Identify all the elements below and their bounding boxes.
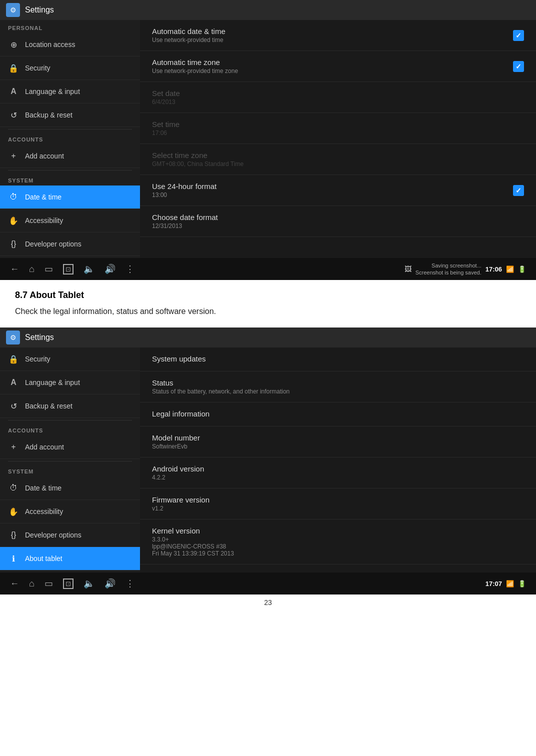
home-icon[interactable]: ⌂ bbox=[29, 264, 34, 274]
saving-subtext: Screenshot is being saved. bbox=[416, 269, 482, 276]
sidebar-label-language2: Language & input bbox=[25, 378, 80, 386]
setting-set-time: Set time 17:06 bbox=[140, 113, 536, 144]
divider-accounts-2 bbox=[8, 420, 132, 420]
vol-up-icon[interactable]: 🔊 bbox=[104, 264, 116, 274]
setting-set-date-text: Set date 6/4/2013 bbox=[152, 89, 180, 106]
datetime-icon: ⏱ bbox=[8, 192, 19, 202]
checkbox-auto-date[interactable] bbox=[513, 30, 524, 41]
sidebar-item-developer2[interactable]: {} Developer options bbox=[0, 524, 140, 547]
page-number: 23 bbox=[0, 594, 536, 610]
more-icon[interactable]: ⋮ bbox=[126, 264, 134, 274]
vol-down-icon[interactable]: 🔈 bbox=[84, 264, 94, 274]
sidebar-item-location[interactable]: ⊕ Location access bbox=[0, 33, 140, 56]
sidebar-item-add-account2[interactable]: + Add account bbox=[0, 436, 140, 459]
time-2: 17:07 bbox=[486, 580, 502, 588]
wifi-icon: 📶 bbox=[506, 266, 514, 273]
screen1: ⚙ Settings PERSONAL ⊕ Location access 🔒 … bbox=[0, 0, 536, 280]
setting-model-subtitle: SoftwinerEvb bbox=[152, 443, 200, 450]
setting-auto-tz[interactable]: Automatic time zone Use network-provided… bbox=[140, 51, 536, 82]
checkbox-auto-tz[interactable] bbox=[513, 61, 524, 72]
sidebar-label-security: Security bbox=[25, 64, 50, 72]
nav-bar-left-1: ← ⌂ ▭ ⊡ 🔈 🔊 ⋮ bbox=[10, 264, 134, 274]
sidebar-label-location: Location access bbox=[25, 40, 75, 48]
sidebar-2: 🔒 Security A Language & input ↺ Backup &… bbox=[0, 348, 140, 572]
sidebar-item-backup2[interactable]: ↺ Backup & reset bbox=[0, 394, 140, 418]
recents-icon-2[interactable]: ▭ bbox=[44, 578, 53, 589]
nav-bar-2: ← ⌂ ▭ ⊡ 🔈 🔊 ⋮ 17:07 📶 🔋 bbox=[0, 572, 536, 594]
sidebar-1: PERSONAL ⊕ Location access 🔒 Security A … bbox=[0, 20, 140, 258]
setting-auto-tz-subtitle: Use network-provided time zone bbox=[152, 68, 238, 74]
setting-status-text: Status Status of the battery, network, a… bbox=[152, 378, 290, 395]
setting-24h[interactable]: Use 24-hour format 13:00 bbox=[140, 175, 536, 206]
sidebar-item-language[interactable]: A Language & input bbox=[0, 80, 140, 104]
back-icon[interactable]: ← bbox=[10, 264, 19, 274]
sidebar-item-about[interactable]: ℹ About tablet bbox=[0, 547, 140, 570]
screenshot-icon[interactable]: ⊡ bbox=[63, 264, 74, 274]
sidebar-item-datetime[interactable]: ⏱ Date & time bbox=[0, 186, 140, 209]
setting-set-time-title: Set time bbox=[152, 120, 180, 128]
battery-icon-2: 🔋 bbox=[518, 580, 526, 588]
section-text: 8.7 About Tablet Check the legal informa… bbox=[0, 280, 536, 328]
sidebar-item-security[interactable]: 🔒 Security bbox=[0, 56, 140, 80]
setting-24h-subtitle: 13:00 bbox=[152, 192, 216, 198]
setting-system-updates[interactable]: System updates bbox=[140, 348, 536, 372]
vol-down-icon-2[interactable]: 🔈 bbox=[84, 578, 94, 589]
sidebar-item-datetime2[interactable]: ⏱ Date & time bbox=[0, 476, 140, 500]
section-heading: 8.7 About Tablet bbox=[15, 290, 521, 300]
setting-date-format-title: Choose date format bbox=[152, 213, 218, 222]
sidebar-label-language: Language & input bbox=[25, 88, 80, 96]
sidebar-item-backup[interactable]: ↺ Backup & reset bbox=[0, 104, 140, 127]
setting-status-subtitle: Status of the battery, network, and othe… bbox=[152, 388, 290, 395]
sidebar-label-about: About tablet bbox=[25, 554, 62, 562]
sidebar-item-developer[interactable]: {} Developer options bbox=[0, 232, 140, 256]
section-label-accounts-1: ACCOUNTS bbox=[0, 132, 140, 144]
sidebar-item-add-account[interactable]: + Add account bbox=[0, 144, 140, 168]
back-icon-2[interactable]: ← bbox=[10, 578, 19, 589]
main-content-2: System updates Status Status of the batt… bbox=[140, 348, 536, 572]
setting-status[interactable]: Status Status of the battery, network, a… bbox=[140, 372, 536, 402]
screenshot-thumb: 🖼 bbox=[404, 265, 412, 273]
more-icon-2[interactable]: ⋮ bbox=[126, 578, 134, 589]
sidebar-label-developer: Developer options bbox=[25, 240, 82, 248]
setting-firmware[interactable]: Firmware version v1.2 bbox=[140, 488, 536, 520]
setting-android[interactable]: Android version 4.2.2 bbox=[140, 458, 536, 488]
vol-up-icon-2[interactable]: 🔊 bbox=[104, 578, 116, 589]
setting-legal[interactable]: Legal information bbox=[140, 402, 536, 426]
setting-kernel-text: Kernel version 3.3.0+ lpp@INGENIC-CROSS … bbox=[152, 526, 234, 557]
setting-24h-text: Use 24-hour format 13:00 bbox=[152, 182, 216, 198]
setting-model-text: Model number SoftwinerEvb bbox=[152, 434, 200, 450]
setting-kernel[interactable]: Kernel version 3.3.0+ lpp@INGENIC-CROSS … bbox=[140, 520, 536, 564]
section-paragraph: Check the legal information, status and … bbox=[15, 306, 521, 318]
setting-date-format[interactable]: Choose date format 12/31/2013 bbox=[140, 206, 536, 237]
setting-set-time-text: Set time 17:06 bbox=[152, 120, 180, 136]
accessibility-icon: ✋ bbox=[8, 215, 19, 226]
sidebar-item-language2[interactable]: A Language & input bbox=[0, 371, 140, 394]
sidebar-item-accessibility2[interactable]: ✋ Accessibility bbox=[0, 500, 140, 524]
title-bar-1: ⚙ Settings bbox=[0, 0, 536, 20]
setting-kernel-title: Kernel version bbox=[152, 526, 234, 535]
sidebar-item-accessibility[interactable]: ✋ Accessibility bbox=[0, 209, 140, 232]
sidebar-label-add-account2: Add account bbox=[25, 443, 64, 451]
setting-legal-text: Legal information bbox=[152, 410, 210, 419]
sidebar-label-backup: Backup & reset bbox=[25, 111, 72, 119]
backup-icon-2: ↺ bbox=[8, 400, 19, 412]
language-icon: A bbox=[8, 86, 19, 97]
recents-icon[interactable]: ▭ bbox=[44, 264, 53, 274]
setting-firmware-subtitle: v1.2 bbox=[152, 505, 210, 512]
title-text-2: Settings bbox=[25, 333, 54, 342]
setting-model[interactable]: Model number SoftwinerEvb bbox=[140, 426, 536, 458]
divider-system-2 bbox=[8, 461, 132, 462]
screenshot-icon-2[interactable]: ⊡ bbox=[63, 578, 74, 589]
checkbox-24h[interactable] bbox=[513, 185, 524, 196]
setting-auto-date-text: Automatic date & time Use network-provid… bbox=[152, 27, 226, 44]
setting-select-tz-text: Select time zone GMT+08:00, China Standa… bbox=[152, 151, 244, 168]
setting-legal-title: Legal information bbox=[152, 410, 210, 418]
sidebar-label-accessibility2: Accessibility bbox=[25, 508, 63, 516]
datetime-icon-2: ⏱ bbox=[8, 482, 19, 494]
sidebar-label-developer2: Developer options bbox=[25, 531, 82, 539]
home-icon-2[interactable]: ⌂ bbox=[29, 578, 34, 589]
sidebar-item-security2[interactable]: 🔒 Security bbox=[0, 348, 140, 371]
main-content-1: Automatic date & time Use network-provid… bbox=[140, 20, 536, 258]
setting-auto-date[interactable]: Automatic date & time Use network-provid… bbox=[140, 20, 536, 51]
setting-set-date: Set date 6/4/2013 bbox=[140, 82, 536, 113]
